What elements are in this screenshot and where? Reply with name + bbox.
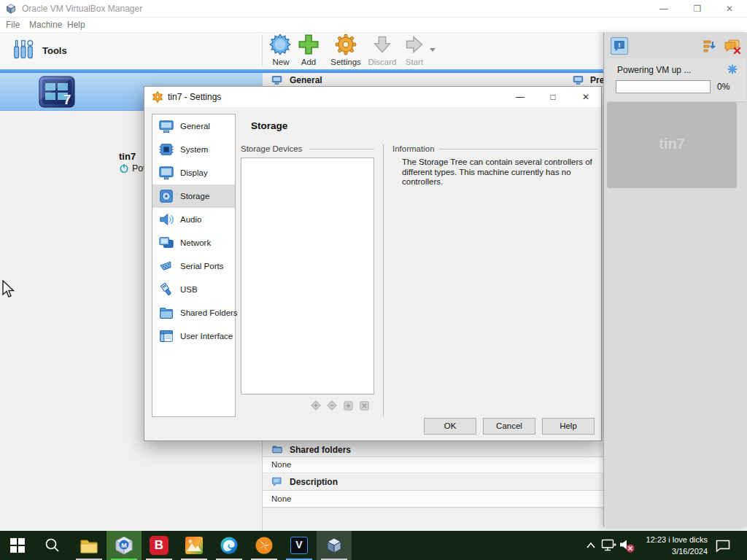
- menu-help[interactable]: Help: [67, 18, 85, 32]
- settings-nav-serial-ports[interactable]: Serial Ports: [152, 254, 235, 278]
- menu-machine[interactable]: Machine: [29, 18, 62, 32]
- v-app-letter: V: [295, 539, 302, 551]
- dialog-close-button[interactable]: ✕: [573, 87, 598, 107]
- photos-app-icon: [185, 536, 204, 555]
- tray-chevron-icon[interactable]: [585, 540, 597, 551]
- progress-entry: Powering VM up ... 0%: [606, 58, 746, 102]
- notification-panel: ! Powering VM up ... 0%: [603, 33, 747, 527]
- mouse-cursor: [1, 280, 15, 299]
- network-tray-icon[interactable]: [601, 539, 617, 552]
- dialog-maximize-button[interactable]: □: [541, 87, 565, 107]
- start-label: Start: [398, 58, 430, 66]
- warning-bubble-icon: !: [614, 40, 625, 52]
- general-icon: [158, 118, 174, 134]
- action-center-icon[interactable]: [715, 539, 731, 553]
- vm-preview-name: tin7: [607, 136, 737, 152]
- virtualbox-taskbar-icon: [325, 536, 344, 555]
- taskbar-file-explorer[interactable]: [71, 531, 107, 560]
- user-interface-icon: [158, 328, 174, 344]
- progress-label: Powering VM up ...: [617, 65, 691, 75]
- new-vm-icon: [269, 34, 291, 55]
- orange-burst-app-icon: [255, 536, 274, 555]
- settings-nav-shared-folders[interactable]: Shared Folders: [152, 301, 235, 324]
- add-attachment-icon[interactable]: [342, 400, 355, 412]
- storage-icon: [158, 188, 174, 204]
- display-icon: [158, 165, 174, 181]
- shared-folders-section-icon: [271, 443, 283, 455]
- discard-all-notifications-icon[interactable]: [724, 39, 741, 55]
- add-label: Add: [293, 58, 324, 66]
- settings-label: Settings: [327, 58, 365, 66]
- storage-devices-group-label: Storage Devices: [241, 144, 302, 153]
- taskbar-photos-app[interactable]: [177, 531, 212, 560]
- powered-off-icon: [119, 163, 129, 174]
- settings-nav-user-interface[interactable]: User Interface: [152, 324, 235, 348]
- windows-start-icon: [10, 538, 25, 553]
- audio-icon: [158, 211, 174, 228]
- tools-label: Tools: [42, 45, 67, 56]
- progress-percent: 0%: [717, 82, 729, 92]
- progress-cancel-icon[interactable]: [727, 64, 738, 74]
- storage-devices-group-line: [309, 149, 374, 149]
- sort-order-icon[interactable]: [703, 39, 717, 54]
- start-button[interactable]: [0, 531, 35, 560]
- start-button[interactable]: Start: [398, 34, 430, 68]
- start-dropdown-caret-icon[interactable]: [429, 47, 436, 52]
- settings-nav-audio[interactable]: Audio: [152, 208, 235, 231]
- add-button[interactable]: Add: [293, 34, 324, 68]
- taskbar-edge[interactable]: [212, 531, 247, 560]
- warning-bubble-button[interactable]: !: [611, 37, 628, 55]
- settings-nav-system[interactable]: System: [152, 138, 235, 161]
- description-value: None: [271, 494, 292, 503]
- taskbar-virtualbox[interactable]: [317, 531, 352, 560]
- settings-nav-display[interactable]: Display: [152, 161, 235, 184]
- progress-bar: [616, 80, 711, 93]
- taskbar-bitdefender[interactable]: B: [142, 531, 177, 560]
- desktop: Oracle VM VirtualBox Manager — ❐ ✕ File …: [0, 0, 747, 560]
- preview-section-icon: [573, 74, 584, 85]
- cancel-button[interactable]: Cancel: [483, 418, 535, 435]
- vm-preview-box: tin7: [607, 102, 737, 188]
- green-box-app-icon: M: [115, 536, 133, 555]
- add-controller-icon[interactable]: [310, 400, 322, 412]
- information-text: The Storage Tree can contain several con…: [402, 158, 600, 187]
- help-button[interactable]: Help: [542, 418, 595, 435]
- shared-folders-icon: [158, 305, 174, 321]
- taskbar-v-app[interactable]: V: [282, 531, 317, 560]
- settings-button[interactable]: Settings: [327, 34, 365, 68]
- settings-nav-list: General System Display: [152, 114, 236, 417]
- storage-tree-list[interactable]: [241, 158, 374, 394]
- general-section-title: General: [290, 75, 322, 85]
- main-close-button[interactable]: ✕: [713, 0, 746, 18]
- remove-attachment-icon[interactable]: [358, 400, 371, 412]
- remove-controller-icon[interactable]: [326, 400, 338, 412]
- toolbar-separator: [262, 34, 263, 66]
- settings-nav-network[interactable]: Network: [152, 231, 235, 254]
- menubar: [0, 18, 747, 32]
- content-separator: [383, 144, 384, 416]
- tray-clock[interactable]: 12:23 i love dicks 3/16/2024: [629, 534, 708, 557]
- ok-button[interactable]: OK: [424, 418, 476, 435]
- description-section-title: Description: [290, 477, 338, 487]
- settings-nav-general[interactable]: General: [152, 114, 235, 138]
- os-badge-7: 7: [63, 92, 71, 107]
- taskbar-green-box-app[interactable]: M: [107, 531, 142, 560]
- bitdefender-letter: B: [155, 538, 163, 552]
- settings-nav-storage[interactable]: Storage: [152, 184, 235, 208]
- system-icon: [158, 141, 174, 158]
- vm-name: tin7: [119, 151, 136, 162]
- main-minimize-button[interactable]: —: [648, 0, 680, 18]
- dialog-gear-icon: [152, 91, 163, 103]
- network-icon: [158, 235, 174, 251]
- menu-file[interactable]: File: [6, 18, 20, 32]
- new-button[interactable]: New: [266, 34, 296, 68]
- taskbar-orange-burst-app[interactable]: [247, 531, 282, 560]
- settings-dialog: tin7 - Settings — □ ✕ General System: [144, 86, 602, 441]
- main-restore-button[interactable]: ❐: [681, 0, 713, 18]
- discard-button[interactable]: Discard: [365, 34, 400, 68]
- settings-nav-usb[interactable]: USB: [152, 278, 235, 301]
- dialog-minimize-button[interactable]: —: [508, 87, 533, 107]
- taskbar-search-button[interactable]: [35, 531, 70, 560]
- search-icon: [44, 537, 61, 553]
- settings-gear-icon: [335, 34, 357, 55]
